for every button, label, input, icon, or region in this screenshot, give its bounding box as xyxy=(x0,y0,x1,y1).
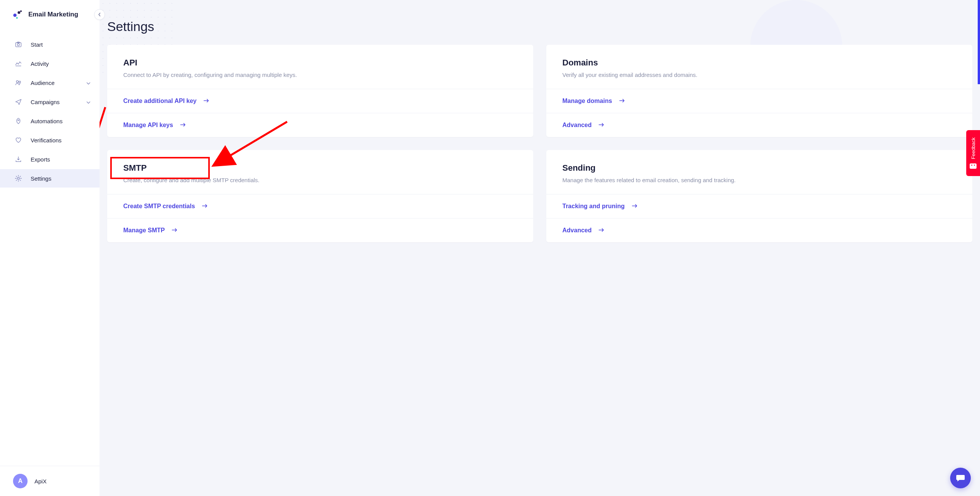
link-label: Manage API keys xyxy=(123,122,173,129)
link-label: Advanced xyxy=(562,122,591,129)
sidebar-item-audience[interactable]: Audience xyxy=(0,73,100,92)
chat-launcher[interactable] xyxy=(950,468,971,488)
heart-check-icon xyxy=(15,136,22,144)
brand-logo-icon xyxy=(12,9,23,20)
sidebar-nav: Start Activity Audience Campaigns xyxy=(0,29,100,466)
sidebar-header: Email Marketing xyxy=(0,0,100,29)
gear-icon xyxy=(15,175,22,182)
arrow-right-icon xyxy=(618,97,627,105)
arrow-right-icon xyxy=(171,226,179,235)
sidebar-item-label: Settings xyxy=(31,175,51,182)
link-manage-domains[interactable]: Manage domains xyxy=(546,89,972,113)
scroll-accent xyxy=(978,0,980,84)
card-desc: Create, configure and add multiple SMTP … xyxy=(123,177,517,183)
sidebar-item-label: Verifications xyxy=(31,137,62,144)
download-icon xyxy=(15,155,22,163)
link-manage-api-keys[interactable]: Manage API keys xyxy=(107,113,533,137)
link-label: Create additional API key xyxy=(123,98,196,104)
feedback-label: Feedback xyxy=(970,137,976,159)
sidebar-item-start[interactable]: Start xyxy=(0,35,100,54)
smiley-icon xyxy=(970,163,977,169)
card-desc: Manage the features related to email cre… xyxy=(562,177,956,183)
svg-point-1 xyxy=(18,11,20,14)
camera-icon xyxy=(15,41,22,48)
sidebar-item-activity[interactable]: Activity xyxy=(0,54,100,73)
user-name: ApiX xyxy=(34,478,47,485)
brand-title: Email Marketing xyxy=(28,11,78,18)
send-icon xyxy=(15,98,22,106)
page-title: Settings xyxy=(100,0,980,45)
sidebar-item-exports[interactable]: Exports xyxy=(0,150,100,168)
rocket-icon xyxy=(15,117,22,125)
sidebar-collapse-button[interactable] xyxy=(94,9,105,20)
sidebar-item-verifications[interactable]: Verifications xyxy=(0,131,100,149)
link-create-api-key[interactable]: Create additional API key xyxy=(107,89,533,113)
arrow-right-icon xyxy=(201,202,209,210)
sidebar-item-label: Audience xyxy=(31,80,55,86)
sidebar-item-label: Automations xyxy=(31,118,62,124)
users-icon xyxy=(15,79,22,86)
main-content: Settings API Connect to API by creating,… xyxy=(100,0,980,496)
feedback-tab[interactable]: Feedback xyxy=(966,130,980,176)
link-sending-advanced[interactable]: Advanced xyxy=(546,219,972,242)
card-smtp: SMTP Create, configure and add multiple … xyxy=(107,150,533,242)
card-head: SMTP Create, configure and add multiple … xyxy=(107,150,533,194)
card-title: API xyxy=(123,58,517,68)
activity-icon xyxy=(15,60,22,67)
svg-point-0 xyxy=(13,13,17,17)
sidebar-item-campaigns[interactable]: Campaigns xyxy=(0,93,100,111)
chat-icon xyxy=(956,473,965,483)
chevron-down-icon xyxy=(87,80,92,85)
card-title: Sending xyxy=(562,163,956,173)
arrow-right-icon xyxy=(203,97,211,105)
card-desc: Connect to API by creating, configuring … xyxy=(123,72,517,78)
link-create-smtp[interactable]: Create SMTP credentials xyxy=(107,194,533,219)
card-head: Sending Manage the features related to e… xyxy=(546,150,972,194)
sidebar-item-label: Campaigns xyxy=(31,99,60,105)
card-api: API Connect to API by creating, configur… xyxy=(107,45,533,137)
svg-point-5 xyxy=(17,44,19,46)
arrow-right-icon xyxy=(598,121,606,129)
link-label: Manage domains xyxy=(562,98,612,104)
link-label: Advanced xyxy=(562,227,591,234)
arrow-right-icon xyxy=(631,202,639,210)
sidebar-item-label: Start xyxy=(31,41,43,48)
link-label: Create SMTP credentials xyxy=(123,203,195,210)
sidebar-item-label: Exports xyxy=(31,156,50,163)
link-tracking-pruning[interactable]: Tracking and pruning xyxy=(546,194,972,219)
card-head: Domains Verify all your existing email a… xyxy=(546,45,972,89)
svg-rect-4 xyxy=(16,43,21,47)
card-desc: Verify all your existing email addresses… xyxy=(562,72,956,78)
sidebar-item-automations[interactable]: Automations xyxy=(0,112,100,130)
svg-point-2 xyxy=(20,10,22,12)
link-manage-smtp[interactable]: Manage SMTP xyxy=(107,219,533,242)
card-title: SMTP xyxy=(123,163,517,173)
arrow-right-icon xyxy=(179,121,188,129)
sidebar-item-settings[interactable]: Settings xyxy=(0,169,100,188)
sidebar: Email Marketing Start Activity Audience xyxy=(0,0,100,496)
arrow-right-icon xyxy=(598,226,606,235)
card-head: API Connect to API by creating, configur… xyxy=(107,45,533,89)
card-domains: Domains Verify all your existing email a… xyxy=(546,45,972,137)
svg-point-8 xyxy=(19,81,21,83)
svg-point-7 xyxy=(16,81,18,83)
avatar: A xyxy=(13,474,28,488)
svg-point-3 xyxy=(16,17,18,19)
settings-cards-grid: API Connect to API by creating, configur… xyxy=(100,45,980,242)
link-label: Manage SMTP xyxy=(123,227,165,234)
svg-point-10 xyxy=(17,177,19,179)
link-label: Tracking and pruning xyxy=(562,203,625,210)
card-sending: Sending Manage the features related to e… xyxy=(546,150,972,242)
link-domains-advanced[interactable]: Advanced xyxy=(546,113,972,137)
sidebar-footer[interactable]: A ApiX xyxy=(0,466,100,496)
card-title: Domains xyxy=(562,58,956,68)
chevron-left-icon xyxy=(98,13,101,16)
sidebar-item-label: Activity xyxy=(31,60,49,67)
chevron-down-icon xyxy=(87,99,92,104)
svg-point-9 xyxy=(18,120,19,121)
